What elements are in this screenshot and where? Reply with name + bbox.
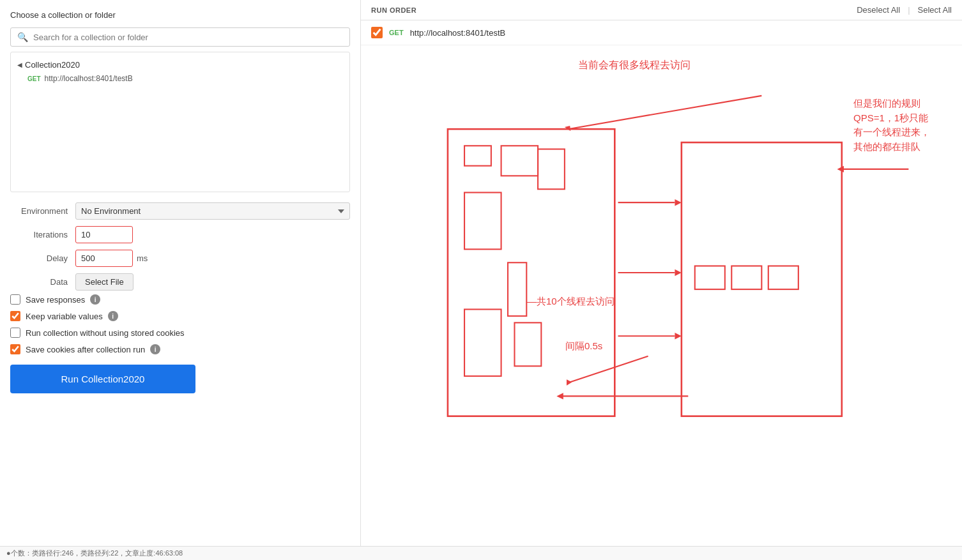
svg-rect-4 xyxy=(464,192,501,249)
collection-name: Collection2020 xyxy=(25,60,80,70)
no-cookies-checkbox[interactable] xyxy=(10,328,20,338)
actions-divider: | xyxy=(908,5,910,15)
svg-rect-15 xyxy=(695,266,725,289)
get-item[interactable]: GET http://localhost:8401/testB xyxy=(17,72,343,85)
save-responses-info-icon[interactable]: i xyxy=(90,294,100,305)
request-row: GET http://localhost:8401/testB xyxy=(361,20,962,45)
status-text: ●个数：类路径行:246，类路径列:22，文章止度:46:63:08 xyxy=(6,549,183,558)
delay-group: ms xyxy=(75,250,148,267)
svg-marker-11 xyxy=(675,269,681,276)
keep-variable-label: Keep variable values xyxy=(26,312,103,321)
get-badge: GET xyxy=(27,75,41,82)
no-cookies-row: Run collection without using stored cook… xyxy=(10,328,350,338)
save-cookies-label: Save cookies after collection run xyxy=(26,345,145,354)
deselect-all-button[interactable]: Deselect All xyxy=(857,5,900,15)
save-cookies-info-icon[interactable]: i xyxy=(150,344,160,354)
svg-rect-1 xyxy=(464,146,491,165)
delay-label: Delay xyxy=(10,254,68,263)
svg-rect-17 xyxy=(768,266,798,289)
save-cookies-row: Save cookies after collection run i xyxy=(10,344,350,354)
svg-marker-25 xyxy=(556,393,563,399)
request-checkbox[interactable] xyxy=(371,27,383,38)
data-label: Data xyxy=(10,277,68,287)
keep-variable-info-icon[interactable]: i xyxy=(108,311,118,321)
panel-title: Choose a collection or folder xyxy=(10,10,350,20)
env-row: Environment No Environment xyxy=(10,202,350,220)
iterations-input[interactable] xyxy=(75,226,133,243)
iterations-annotation: —共10个线程去访问 xyxy=(527,294,615,308)
header-actions: Deselect All | Select All xyxy=(857,5,952,15)
search-box: 🔍 xyxy=(10,27,350,47)
run-order-header: RUN ORDER Deselect All | Select All xyxy=(361,0,962,20)
diagram-area: 当前会有很多线程去访问 但是我们的规则QPS=1，1秒只能有一个线程进来，其他的… xyxy=(361,45,962,560)
left-panel: Choose a collection or folder 🔍 ◀ Collec… xyxy=(0,0,361,560)
no-cookies-label: Run collection without using stored cook… xyxy=(26,328,185,338)
status-bar: ●个数：类路径行:246，类路径列:22，文章止度:46:63:08 xyxy=(0,546,962,560)
svg-rect-7 xyxy=(514,322,541,366)
env-select[interactable]: No Environment xyxy=(75,202,350,220)
svg-marker-13 xyxy=(675,333,681,339)
env-label: Environment xyxy=(10,206,68,216)
keep-variable-row: Keep variable values i xyxy=(10,311,350,321)
save-cookies-checkbox[interactable] xyxy=(10,344,20,354)
svg-rect-5 xyxy=(508,262,526,316)
run-collection-button[interactable]: Run Collection2020 xyxy=(10,365,195,393)
save-responses-label: Save responses xyxy=(26,295,85,305)
svg-marker-9 xyxy=(675,199,681,206)
save-responses-row: Save responses i xyxy=(10,294,350,305)
search-input[interactable] xyxy=(33,33,343,42)
ms-label: ms xyxy=(137,254,148,263)
svg-rect-0 xyxy=(448,129,615,416)
iterations-row: Iterations xyxy=(10,226,350,243)
svg-line-18 xyxy=(568,96,761,129)
run-order-title: RUN ORDER xyxy=(371,6,416,14)
svg-rect-3 xyxy=(538,149,565,190)
select-all-button[interactable]: Select All xyxy=(918,5,952,15)
svg-line-22 xyxy=(568,356,648,383)
svg-rect-16 xyxy=(731,266,761,289)
collection-item[interactable]: ◀ Collection2020 xyxy=(17,57,343,72)
checkbox-section: Save responses i Keep variable values i … xyxy=(10,294,350,354)
right-annotation: 但是我们的规则QPS=1，1秒只能有一个线程进来，其他的都在排队 xyxy=(853,96,930,154)
right-panel: RUN ORDER Deselect All | Select All GET … xyxy=(361,0,962,560)
collapse-arrow-icon: ◀ xyxy=(17,61,22,68)
delay-row: Delay ms xyxy=(10,250,350,267)
collection-tree: ◀ Collection2020 GET http://localhost:84… xyxy=(10,52,350,192)
svg-marker-23 xyxy=(567,379,572,385)
request-method: GET xyxy=(389,29,404,36)
search-icon: 🔍 xyxy=(17,32,28,42)
top-annotation: 当前会有很多线程去访问 xyxy=(578,58,691,72)
svg-marker-21 xyxy=(837,166,843,172)
svg-rect-6 xyxy=(464,309,501,376)
form-section: Environment No Environment Iterations De… xyxy=(10,202,350,291)
save-responses-checkbox[interactable] xyxy=(10,294,20,305)
iterations-label: Iterations xyxy=(10,230,68,239)
svg-rect-2 xyxy=(501,146,538,176)
get-url: http://localhost:8401/testB xyxy=(45,74,133,83)
delay-input[interactable] xyxy=(75,250,133,267)
delay-annotation: 间隔0.5s xyxy=(565,339,602,352)
data-row: Data Select File xyxy=(10,273,350,291)
select-file-button[interactable]: Select File xyxy=(75,273,134,291)
keep-variable-checkbox[interactable] xyxy=(10,311,20,321)
request-url: http://localhost:8401/testB xyxy=(410,28,506,38)
